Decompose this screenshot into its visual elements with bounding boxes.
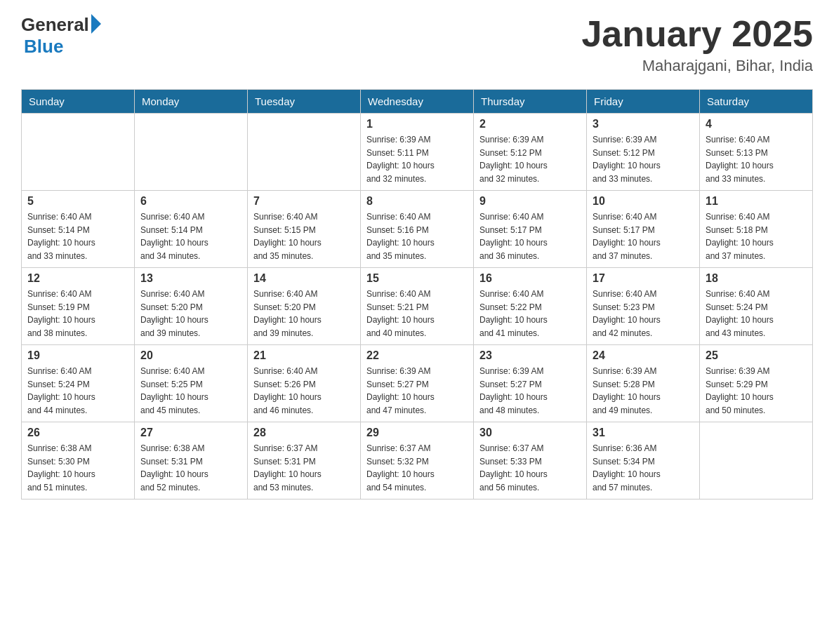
calendar-cell: 13Sunrise: 6:40 AM Sunset: 5:20 PM Dayli… [135, 268, 248, 345]
day-number: 25 [706, 349, 807, 362]
calendar-cell: 22Sunrise: 6:39 AM Sunset: 5:27 PM Dayli… [361, 345, 474, 422]
calendar-cell: 21Sunrise: 6:40 AM Sunset: 5:26 PM Dayli… [248, 345, 361, 422]
calendar-cell: 12Sunrise: 6:40 AM Sunset: 5:19 PM Dayli… [22, 268, 135, 345]
calendar-cell: 18Sunrise: 6:40 AM Sunset: 5:24 PM Dayli… [700, 268, 813, 345]
day-info: Sunrise: 6:39 AM Sunset: 5:27 PM Dayligh… [479, 365, 581, 417]
day-number: 28 [253, 427, 355, 439]
day-number: 15 [366, 272, 468, 285]
day-number: 3 [593, 118, 694, 130]
day-number: 20 [140, 349, 241, 362]
day-info: Sunrise: 6:40 AM Sunset: 5:24 PM Dayligh… [27, 365, 128, 417]
day-number: 13 [140, 272, 241, 285]
day-info: Sunrise: 6:40 AM Sunset: 5:25 PM Dayligh… [140, 365, 241, 417]
day-info: Sunrise: 6:36 AM Sunset: 5:34 PM Dayligh… [593, 442, 694, 494]
day-number: 31 [593, 427, 694, 439]
logo-blue-text: Blue [24, 36, 63, 58]
calendar-cell: 28Sunrise: 6:37 AM Sunset: 5:31 PM Dayli… [248, 422, 361, 499]
day-number: 18 [706, 272, 807, 285]
calendar-cell: 19Sunrise: 6:40 AM Sunset: 5:24 PM Dayli… [22, 345, 135, 422]
month-year-title: January 2025 [581, 14, 813, 54]
day-info: Sunrise: 6:40 AM Sunset: 5:26 PM Dayligh… [253, 365, 355, 417]
calendar-cell: 16Sunrise: 6:40 AM Sunset: 5:22 PM Dayli… [474, 268, 587, 345]
day-number: 7 [253, 195, 355, 208]
day-info: Sunrise: 6:39 AM Sunset: 5:27 PM Dayligh… [366, 365, 468, 417]
weekday-header-saturday: Saturday [700, 90, 813, 114]
day-info: Sunrise: 6:39 AM Sunset: 5:12 PM Dayligh… [479, 133, 581, 185]
day-number: 5 [27, 195, 128, 208]
day-number: 26 [27, 427, 128, 439]
day-number: 29 [366, 427, 468, 439]
day-number: 14 [253, 272, 355, 285]
day-info: Sunrise: 6:40 AM Sunset: 5:15 PM Dayligh… [253, 210, 355, 262]
calendar-cell [22, 114, 135, 191]
calendar-cell: 3Sunrise: 6:39 AM Sunset: 5:12 PM Daylig… [587, 114, 700, 191]
calendar-cell: 4Sunrise: 6:40 AM Sunset: 5:13 PM Daylig… [700, 114, 813, 191]
calendar-cell: 20Sunrise: 6:40 AM Sunset: 5:25 PM Dayli… [135, 345, 248, 422]
day-info: Sunrise: 6:38 AM Sunset: 5:31 PM Dayligh… [140, 442, 241, 494]
weekday-header-sunday: Sunday [22, 90, 135, 114]
day-info: Sunrise: 6:40 AM Sunset: 5:19 PM Dayligh… [27, 288, 128, 340]
day-info: Sunrise: 6:40 AM Sunset: 5:16 PM Dayligh… [366, 210, 468, 262]
location-subtitle: Maharajgani, Bihar, India [581, 57, 813, 75]
calendar-cell: 1Sunrise: 6:39 AM Sunset: 5:11 PM Daylig… [361, 114, 474, 191]
day-number: 12 [27, 272, 128, 285]
calendar-cell: 10Sunrise: 6:40 AM Sunset: 5:17 PM Dayli… [587, 191, 700, 268]
day-number: 8 [366, 195, 468, 208]
logo-arrow-icon [91, 14, 101, 34]
day-number: 1 [366, 118, 468, 130]
day-number: 9 [479, 195, 581, 208]
calendar-cell: 7Sunrise: 6:40 AM Sunset: 5:15 PM Daylig… [248, 191, 361, 268]
page-header: General Blue January 2025 Maharajgani, B… [21, 14, 813, 75]
calendar-week-row: 1Sunrise: 6:39 AM Sunset: 5:11 PM Daylig… [22, 114, 813, 191]
calendar-cell [135, 114, 248, 191]
calendar-cell: 2Sunrise: 6:39 AM Sunset: 5:12 PM Daylig… [474, 114, 587, 191]
calendar-week-row: 26Sunrise: 6:38 AM Sunset: 5:30 PM Dayli… [22, 422, 813, 499]
day-info: Sunrise: 6:40 AM Sunset: 5:21 PM Dayligh… [366, 288, 468, 340]
day-info: Sunrise: 6:37 AM Sunset: 5:31 PM Dayligh… [253, 442, 355, 494]
day-number: 11 [706, 195, 807, 208]
calendar-cell: 5Sunrise: 6:40 AM Sunset: 5:14 PM Daylig… [22, 191, 135, 268]
calendar-cell: 14Sunrise: 6:40 AM Sunset: 5:20 PM Dayli… [248, 268, 361, 345]
day-number: 24 [593, 349, 694, 362]
day-number: 10 [593, 195, 694, 208]
day-number: 19 [27, 349, 128, 362]
day-number: 27 [140, 427, 241, 439]
calendar-cell: 25Sunrise: 6:39 AM Sunset: 5:29 PM Dayli… [700, 345, 813, 422]
weekday-header-monday: Monday [135, 90, 248, 114]
calendar-cell: 9Sunrise: 6:40 AM Sunset: 5:17 PM Daylig… [474, 191, 587, 268]
day-number: 6 [140, 195, 241, 208]
calendar-cell: 15Sunrise: 6:40 AM Sunset: 5:21 PM Dayli… [361, 268, 474, 345]
weekday-header-row: SundayMondayTuesdayWednesdayThursdayFrid… [22, 90, 813, 114]
day-info: Sunrise: 6:39 AM Sunset: 5:11 PM Dayligh… [366, 133, 468, 185]
day-info: Sunrise: 6:39 AM Sunset: 5:28 PM Dayligh… [593, 365, 694, 417]
calendar-cell: 23Sunrise: 6:39 AM Sunset: 5:27 PM Dayli… [474, 345, 587, 422]
title-section: January 2025 Maharajgani, Bihar, India [581, 14, 813, 75]
weekday-header-thursday: Thursday [474, 90, 587, 114]
weekday-header-tuesday: Tuesday [248, 90, 361, 114]
day-info: Sunrise: 6:40 AM Sunset: 5:13 PM Dayligh… [706, 133, 807, 185]
day-number: 16 [479, 272, 581, 285]
calendar-cell: 29Sunrise: 6:37 AM Sunset: 5:32 PM Dayli… [361, 422, 474, 499]
calendar-cell: 30Sunrise: 6:37 AM Sunset: 5:33 PM Dayli… [474, 422, 587, 499]
day-info: Sunrise: 6:40 AM Sunset: 5:18 PM Dayligh… [706, 210, 807, 262]
weekday-header-friday: Friday [587, 90, 700, 114]
day-info: Sunrise: 6:40 AM Sunset: 5:14 PM Dayligh… [140, 210, 241, 262]
calendar-cell: 17Sunrise: 6:40 AM Sunset: 5:23 PM Dayli… [587, 268, 700, 345]
day-info: Sunrise: 6:38 AM Sunset: 5:30 PM Dayligh… [27, 442, 128, 494]
weekday-header-wednesday: Wednesday [361, 90, 474, 114]
day-info: Sunrise: 6:40 AM Sunset: 5:22 PM Dayligh… [479, 288, 581, 340]
day-info: Sunrise: 6:40 AM Sunset: 5:17 PM Dayligh… [479, 210, 581, 262]
day-number: 17 [593, 272, 694, 285]
day-info: Sunrise: 6:40 AM Sunset: 5:24 PM Dayligh… [706, 288, 807, 340]
calendar-cell [248, 114, 361, 191]
day-info: Sunrise: 6:37 AM Sunset: 5:33 PM Dayligh… [479, 442, 581, 494]
calendar-week-row: 12Sunrise: 6:40 AM Sunset: 5:19 PM Dayli… [22, 268, 813, 345]
calendar-cell: 31Sunrise: 6:36 AM Sunset: 5:34 PM Dayli… [587, 422, 700, 499]
day-info: Sunrise: 6:39 AM Sunset: 5:29 PM Dayligh… [706, 365, 807, 417]
day-number: 2 [479, 118, 581, 130]
day-info: Sunrise: 6:40 AM Sunset: 5:20 PM Dayligh… [140, 288, 241, 340]
calendar-week-row: 5Sunrise: 6:40 AM Sunset: 5:14 PM Daylig… [22, 191, 813, 268]
calendar-cell: 6Sunrise: 6:40 AM Sunset: 5:14 PM Daylig… [135, 191, 248, 268]
day-info: Sunrise: 6:40 AM Sunset: 5:20 PM Dayligh… [253, 288, 355, 340]
day-number: 21 [253, 349, 355, 362]
